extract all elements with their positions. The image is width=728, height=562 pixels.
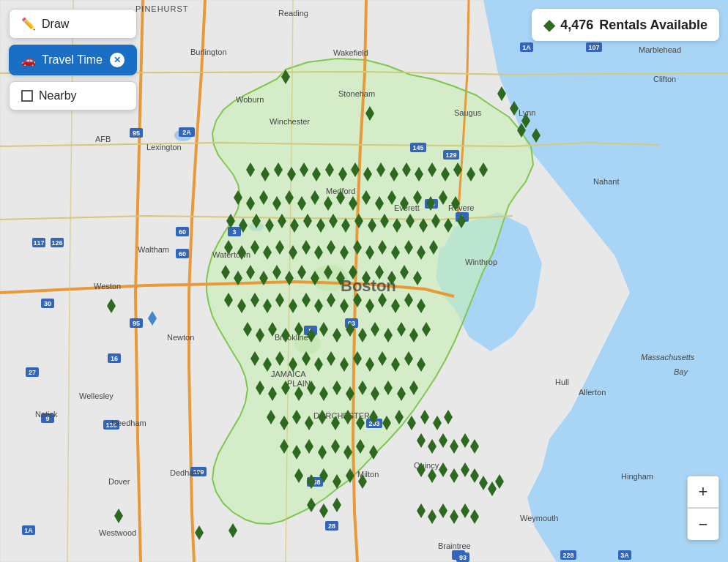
svg-text:Clifton: Clifton (653, 75, 676, 83)
svg-text:95: 95 (133, 320, 140, 327)
svg-text:129: 129 (445, 151, 456, 159)
travel-time-button[interactable]: 🚗 Travel Time ✕ (9, 45, 137, 75)
svg-text:60: 60 (179, 228, 186, 236)
nearby-button[interactable]: Nearby (9, 81, 137, 110)
travel-time-label: Travel Time (42, 53, 103, 67)
rentals-badge: ◆ 4,476 Rentals Available (532, 9, 719, 41)
svg-text:Hull: Hull (555, 378, 569, 386)
rentals-label: Rentals Available (599, 18, 707, 33)
svg-text:93: 93 (459, 554, 467, 561)
svg-text:28: 28 (328, 522, 335, 530)
svg-text:Saugus: Saugus (454, 108, 482, 117)
svg-text:Milton: Milton (357, 470, 379, 479)
svg-text:2A: 2A (182, 129, 191, 136)
svg-text:Bay: Bay (674, 367, 688, 376)
svg-text:Dedham: Dedham (170, 468, 201, 477)
svg-text:AFB: AFB (95, 135, 111, 143)
svg-text:Hingham: Hingham (621, 472, 653, 481)
svg-text:107: 107 (588, 44, 599, 51)
svg-text:228: 228 (562, 552, 573, 559)
svg-text:Westwood: Westwood (99, 528, 136, 537)
svg-text:95: 95 (133, 130, 140, 137)
square-icon (21, 90, 33, 102)
zoom-in-button[interactable]: + (687, 476, 719, 508)
svg-text:Lexington: Lexington (146, 143, 182, 151)
diamond-icon: ◆ (543, 16, 554, 34)
zoom-controls: + − (687, 476, 719, 540)
nearby-label: Nearby (39, 89, 77, 102)
car-icon: 🚗 (21, 53, 36, 67)
zoom-out-button[interactable]: − (687, 508, 719, 540)
svg-text:Massachusetts: Massachusetts (641, 353, 695, 361)
svg-text:Weymouth: Weymouth (520, 514, 558, 522)
close-travel-time-icon[interactable]: ✕ (110, 53, 125, 67)
svg-text:16: 16 (111, 355, 118, 362)
map-container: 95 93 95 99 1 129 145 9 16 30 126 27 9 1… (0, 0, 728, 562)
svg-text:Needham: Needham (111, 419, 146, 427)
svg-text:Natick: Natick (35, 410, 58, 419)
pencil-icon: ✏️ (21, 17, 36, 31)
rentals-count: 4,476 (560, 18, 593, 33)
svg-text:27: 27 (29, 369, 36, 376)
svg-text:30: 30 (44, 300, 51, 307)
svg-text:145: 145 (412, 144, 423, 151)
svg-text:Waltham: Waltham (138, 245, 169, 254)
controls-panel: ✏️ Draw 🚗 Travel Time ✕ Nearby (9, 9, 137, 110)
svg-text:Allerton: Allerton (579, 388, 606, 397)
svg-text:Dover: Dover (108, 477, 130, 486)
svg-text:Winchester: Winchester (270, 117, 310, 126)
svg-text:Wellesley: Wellesley (79, 391, 114, 400)
draw-label: Draw (42, 18, 69, 31)
svg-text:Brookline: Brookline (275, 333, 308, 342)
svg-text:Weston: Weston (94, 282, 121, 291)
svg-text:1A: 1A (522, 44, 531, 51)
svg-text:Newton: Newton (167, 333, 194, 342)
svg-text:3: 3 (232, 228, 236, 236)
svg-text:1A: 1A (24, 527, 33, 534)
svg-text:3A: 3A (620, 552, 629, 559)
svg-text:JAMAICA: JAMAICA (271, 370, 306, 378)
svg-text:Stoneham: Stoneham (338, 89, 375, 98)
svg-text:PINEHURST: PINEHURST (135, 4, 189, 13)
draw-button[interactable]: ✏️ Draw (9, 9, 137, 39)
svg-text:Woburn: Woburn (236, 95, 264, 104)
svg-text:Nahant: Nahant (593, 177, 619, 186)
svg-text:Wakefield: Wakefield (333, 48, 368, 57)
svg-text:Burlington: Burlington (190, 48, 227, 56)
svg-text:Reading: Reading (278, 9, 308, 18)
svg-text:126: 126 (51, 239, 62, 247)
svg-text:Braintree: Braintree (438, 542, 471, 550)
svg-text:60: 60 (179, 250, 186, 258)
svg-text:Winthrop: Winthrop (465, 258, 497, 266)
svg-text:117: 117 (33, 239, 44, 247)
svg-text:Marblehead: Marblehead (639, 45, 681, 54)
